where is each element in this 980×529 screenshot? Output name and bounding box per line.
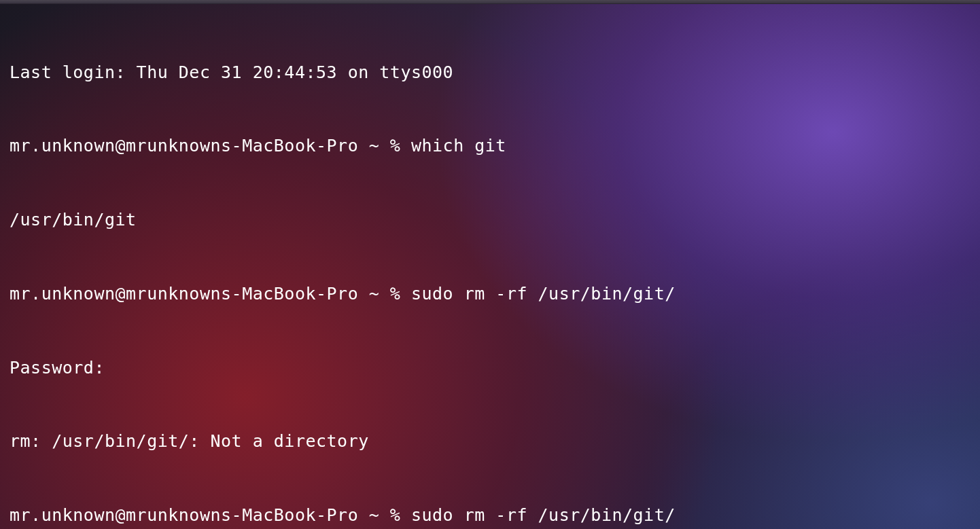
shell-command: which git <box>411 136 506 156</box>
terminal-viewport[interactable]: Last login: Thu Dec 31 20:44:53 on ttys0… <box>0 4 980 529</box>
terminal-line-output: rm: /usr/bin/git/: Not a directory <box>10 429 970 454</box>
shell-command: sudo rm -rf /usr/bin/git/ <box>411 284 676 304</box>
shell-command: sudo rm -rf /usr/bin/git/ <box>411 505 676 525</box>
terminal-line-output: /usr/bin/git <box>10 208 970 232</box>
terminal-line-output: Last login: Thu Dec 31 20:44:53 on ttys0… <box>10 60 970 85</box>
shell-prompt: mr.unknown@mrunknowns-MacBook-Pro ~ % <box>10 136 411 156</box>
shell-prompt: mr.unknown@mrunknowns-MacBook-Pro ~ % <box>10 505 411 525</box>
terminal-line-output: Password: <box>10 356 970 380</box>
terminal-line-prompt: mr.unknown@mrunknowns-MacBook-Pro ~ % su… <box>10 282 970 306</box>
terminal-line-prompt: mr.unknown@mrunknowns-MacBook-Pro ~ % wh… <box>10 134 970 158</box>
terminal-line-prompt: mr.unknown@mrunknowns-MacBook-Pro ~ % su… <box>10 503 970 528</box>
shell-prompt: mr.unknown@mrunknowns-MacBook-Pro ~ % <box>10 284 411 304</box>
